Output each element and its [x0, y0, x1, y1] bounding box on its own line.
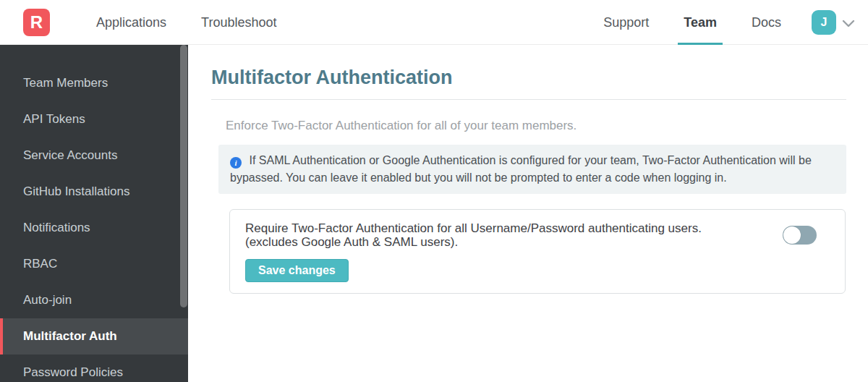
- nav-item-team[interactable]: Team: [666, 0, 734, 45]
- info-note: i If SAML Authentication or Google Authe…: [218, 145, 846, 194]
- setting-label-line2: (excludes Google Auth & SAML users).: [245, 235, 752, 249]
- sidebar-item-github-installations[interactable]: GitHub Installations: [0, 174, 188, 210]
- logo-letter: R: [30, 12, 43, 33]
- avatar[interactable]: J: [812, 10, 836, 35]
- secondary-nav: Support Team Docs J: [586, 0, 868, 45]
- top-navbar: R Applications Troubleshoot Support Team…: [0, 0, 868, 45]
- sidebar-item-service-accounts[interactable]: Service Accounts: [0, 137, 188, 174]
- nav-item-support[interactable]: Support: [586, 0, 666, 45]
- section-description: Enforce Two-Factor Authentication for al…: [226, 119, 868, 133]
- sidebar-item-auto-join[interactable]: Auto-join: [0, 282, 188, 318]
- info-icon-glyph: i: [234, 154, 237, 171]
- sidebar-item-team-members[interactable]: Team Members: [0, 65, 188, 101]
- page-body: Team Members API Tokens Service Accounts…: [0, 45, 868, 382]
- sidebar-item-rbac[interactable]: RBAC: [0, 246, 188, 282]
- page-title: Multifactor Authentication: [211, 67, 868, 88]
- nav-item-applications[interactable]: Applications: [79, 0, 184, 45]
- nav-item-troubleshoot[interactable]: Troubleshoot: [184, 0, 294, 45]
- info-icon: i: [230, 157, 242, 169]
- sidebar-scrollbar[interactable]: [180, 45, 187, 307]
- setting-label: Require Two-Factor Authentication for al…: [245, 221, 752, 249]
- sidebar-item-api-tokens[interactable]: API Tokens: [0, 101, 188, 137]
- sidebar-item-password-policies[interactable]: Password Policies: [0, 355, 188, 382]
- title-divider: [211, 99, 846, 100]
- sidebar-item-multifactor-auth[interactable]: Multifactor Auth: [0, 318, 188, 355]
- toggle-knob: [783, 226, 801, 244]
- chevron-down-icon[interactable]: [842, 20, 855, 28]
- save-changes-button[interactable]: Save changes: [245, 259, 349, 282]
- avatar-initial: J: [821, 16, 827, 29]
- primary-nav: Applications Troubleshoot: [79, 0, 294, 45]
- two-factor-setting-card: Require Two-Factor Authentication for al…: [229, 209, 846, 294]
- main-content: Multifactor Authentication Enforce Two-F…: [188, 45, 868, 382]
- rollbar-logo[interactable]: R: [23, 9, 50, 36]
- settings-sidebar: Team Members API Tokens Service Accounts…: [0, 45, 188, 382]
- nav-item-docs[interactable]: Docs: [734, 0, 799, 45]
- info-note-text: If SAML Authentication or Google Authent…: [230, 154, 812, 184]
- sidebar-item-notifications[interactable]: Notifications: [0, 210, 188, 246]
- setting-label-line1: Require Two-Factor Authentication for al…: [245, 221, 752, 235]
- two-factor-toggle[interactable]: [783, 226, 817, 245]
